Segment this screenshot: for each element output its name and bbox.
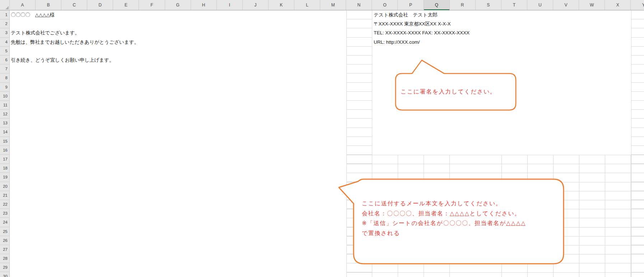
row-header-3[interactable]: 3 xyxy=(0,28,9,37)
row-header-20[interactable]: 20 xyxy=(0,182,9,191)
column-header-k[interactable]: K xyxy=(269,0,294,10)
signature-callout-shape[interactable] xyxy=(396,60,516,110)
cell-o2-signature-address[interactable]: 〒XXX-XXXX 東京都XX区XX X-X-X xyxy=(374,19,451,28)
row-header-8[interactable]: 8 xyxy=(0,73,9,82)
row-header-15[interactable]: 15 xyxy=(0,137,9,146)
column-header-c[interactable]: C xyxy=(61,0,87,10)
column-header-p[interactable]: P xyxy=(398,0,424,10)
row-header-11[interactable]: 11 xyxy=(0,101,9,110)
row-header-9[interactable]: 9 xyxy=(0,83,9,92)
row-header-4[interactable]: 4 xyxy=(0,38,9,47)
column-header-w[interactable]: W xyxy=(579,0,605,10)
row-header-27[interactable]: 27 xyxy=(0,245,9,254)
spreadsheet: ABCDEFGHIJKLMNOPQRSTUVWXY 12345678910111… xyxy=(0,0,644,277)
row-header-22[interactable]: 22 xyxy=(0,200,9,209)
row-headers: 1234567891011121314151617181920212223242… xyxy=(0,10,10,277)
cell-a6[interactable]: 引き続き、どうぞ宜しくお願い申し上げます。 xyxy=(11,56,114,65)
column-header-l[interactable]: L xyxy=(294,0,320,10)
row-header-10[interactable]: 10 xyxy=(0,92,9,101)
cell-a1[interactable]: 〇〇〇〇 △△△△様 xyxy=(11,10,55,19)
row-header-24[interactable]: 24 xyxy=(0,218,9,227)
mail-body-callout-line: で置換される xyxy=(362,228,526,238)
row-header-28[interactable]: 28 xyxy=(0,254,9,263)
row-header-13[interactable]: 13 xyxy=(0,119,9,128)
column-header-q[interactable]: Q xyxy=(424,0,450,10)
row-header-18[interactable]: 18 xyxy=(0,164,9,173)
column-header-r[interactable]: R xyxy=(450,0,476,10)
column-header-o[interactable]: O xyxy=(372,0,398,10)
row-header-30[interactable]: 30 xyxy=(0,272,9,277)
column-header-a[interactable]: A xyxy=(10,0,36,10)
column-header-s[interactable]: S xyxy=(476,0,501,10)
row-header-1[interactable]: 1 xyxy=(0,10,9,19)
column-header-u[interactable]: U xyxy=(527,0,553,10)
column-header-v[interactable]: V xyxy=(553,0,579,10)
column-header-e[interactable]: E xyxy=(113,0,139,10)
mail-body-callout-line: ※「送信」シートの会社名が〇〇〇〇、担当者名が△△△△ xyxy=(362,218,526,228)
row-header-26[interactable]: 26 xyxy=(0,236,9,245)
column-header-b[interactable]: B xyxy=(36,0,61,10)
column-header-j[interactable]: J xyxy=(243,0,269,10)
cell-a4[interactable]: 先般は、弊社までお越しいただきありがとうございます。 xyxy=(11,38,139,47)
column-header-h[interactable]: H xyxy=(191,0,217,10)
row-header-16[interactable]: 16 xyxy=(0,146,9,155)
cell-o3-signature-tel-fax[interactable]: TEL: XX-XXXX-XXXX FAX: XX-XXXX-XXXX xyxy=(374,28,470,37)
column-header-m[interactable]: M xyxy=(320,0,346,10)
row-header-2[interactable]: 2 xyxy=(0,19,9,28)
column-header-f[interactable]: F xyxy=(139,0,165,10)
mail-body-callout-text: ここに送付するメール本文を入力してください。 会社名：〇〇〇〇、担当者名：△△△… xyxy=(362,199,526,238)
cell-o4-signature-url[interactable]: URL: http://XXX.com/ xyxy=(374,38,420,47)
select-all-corner[interactable] xyxy=(0,0,10,10)
column-header-n[interactable]: N xyxy=(346,0,372,10)
row-header-29[interactable]: 29 xyxy=(0,263,9,272)
column-header-x[interactable]: X xyxy=(605,0,631,10)
cell-a3[interactable]: テスト株式会社でございます。 xyxy=(11,28,80,37)
row-header-5[interactable]: 5 xyxy=(0,47,9,56)
mail-body-callout-line: 会社名：〇〇〇〇、担当者名：△△△△としてください。 xyxy=(362,209,526,219)
column-header-t[interactable]: T xyxy=(501,0,527,10)
row-header-14[interactable]: 14 xyxy=(0,128,9,137)
column-header-i[interactable]: I xyxy=(217,0,243,10)
row-header-17[interactable]: 17 xyxy=(0,155,9,164)
row-header-7[interactable]: 7 xyxy=(0,65,9,73)
row-header-23[interactable]: 23 xyxy=(0,209,9,218)
row-header-6[interactable]: 6 xyxy=(0,56,9,65)
mail-body-callout-line: ここに送付するメール本文を入力してください。 xyxy=(362,199,526,209)
cell-o1-signature-name[interactable]: テスト株式会社 テスト太郎 xyxy=(374,10,437,19)
signature-callout-text: ここに署名を入力してください。 xyxy=(401,87,496,97)
select-all-triangle-icon xyxy=(5,6,9,9)
column-header-g[interactable]: G xyxy=(165,0,191,10)
row-header-21[interactable]: 21 xyxy=(0,191,9,200)
column-header-y[interactable]: Y xyxy=(631,0,644,10)
row-header-19[interactable]: 19 xyxy=(0,173,9,182)
row-header-25[interactable]: 25 xyxy=(0,227,9,236)
column-headers: ABCDEFGHIJKLMNOPQRSTUVWXY xyxy=(10,0,644,10)
column-header-d[interactable]: D xyxy=(87,0,113,10)
gridlines-column-y xyxy=(631,10,644,277)
row-header-12[interactable]: 12 xyxy=(0,110,9,119)
